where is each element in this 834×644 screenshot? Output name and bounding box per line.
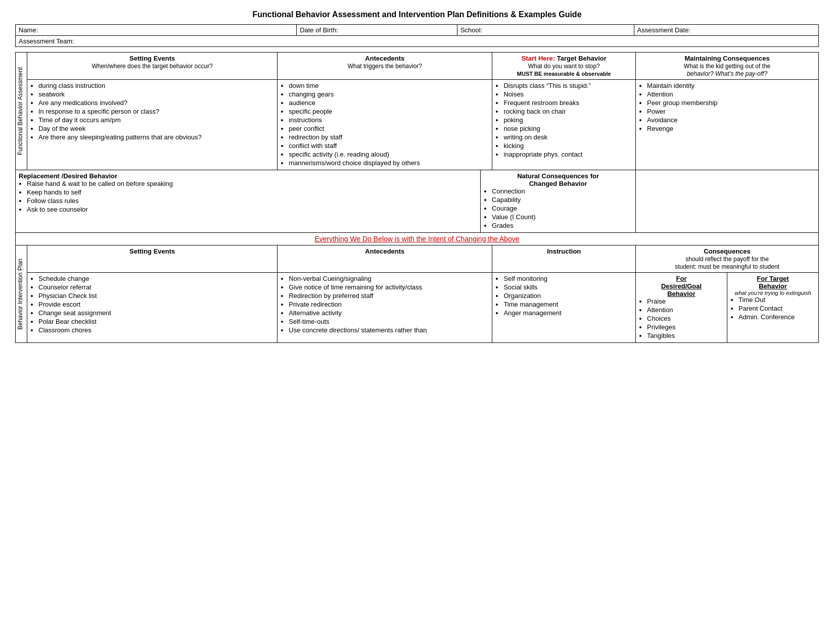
list-item: Physician Check list xyxy=(38,292,274,300)
list-item: during class instruction xyxy=(38,82,274,89)
assessment-team-label: Assessment Team: xyxy=(19,37,74,45)
list-item: Polar Bear checklist xyxy=(38,318,274,325)
list-item: Grades xyxy=(492,222,632,229)
fba-col1-header: Setting Events When/where does the targe… xyxy=(27,53,277,80)
list-item: Self-time-outs xyxy=(289,318,489,325)
fba-col4-header: Maintaining Consequences What is the kid… xyxy=(636,53,819,80)
desired-behavior-header: For xyxy=(639,275,724,282)
target-extinguish-label: what you’re trying to extinguish xyxy=(730,290,815,296)
list-item: Ask to see counselor xyxy=(27,206,477,213)
list-item: Noises xyxy=(503,90,632,98)
list-item: Time Out xyxy=(738,296,815,304)
bip-rotated-label: Behavior Intervention Plan xyxy=(16,257,27,332)
list-item: Frequent restroom breaks xyxy=(503,99,632,107)
assessment-date-label: Assessment Date: xyxy=(637,26,691,34)
list-item: specific people xyxy=(289,108,489,115)
school-label: School: xyxy=(460,26,482,34)
list-item: mannerisms/word choice displayed by othe… xyxy=(289,159,489,167)
list-item: Peer group membership xyxy=(647,99,815,107)
desired-goal-header: Desired/Goal xyxy=(639,282,724,290)
list-item: Give notice of time remaining for activi… xyxy=(289,283,489,291)
divider-text: Everything We Do Below is with the Inten… xyxy=(314,235,519,243)
list-item: down time xyxy=(289,82,489,89)
list-item: Attention xyxy=(647,90,815,98)
target-behavior-header: For Target xyxy=(730,275,815,282)
list-item: Alternative activity xyxy=(289,309,489,317)
list-item: Are there any sleeping/eating patterns t… xyxy=(38,133,274,141)
list-item: Choices xyxy=(647,315,724,322)
list-item: specific activity (i.e. reading aloud) xyxy=(289,151,489,158)
list-item: Anger management xyxy=(503,309,632,317)
list-item: writing on desk xyxy=(503,133,632,141)
list-item: Connection xyxy=(492,187,632,195)
list-item: In response to a specific person or clas… xyxy=(38,108,274,115)
list-item: Power xyxy=(647,108,815,115)
list-item: redirection by staff xyxy=(289,133,489,141)
natural-consequences-header: Natural Consequences for xyxy=(484,172,632,180)
behavior-label: Behavior xyxy=(639,290,724,298)
list-item: Revenge xyxy=(647,125,815,132)
list-item: nose picking xyxy=(503,125,632,132)
list-item: Admin. Conference xyxy=(738,313,815,321)
list-item: seatwork xyxy=(38,90,274,98)
list-item: Keep hands to self xyxy=(27,188,477,196)
fba-col2-header: Antecedents What triggers the behavior? xyxy=(277,53,492,80)
list-item: audience xyxy=(289,99,489,107)
list-item: Private redirection xyxy=(289,301,489,308)
replacement-header: Replacement /Desired Behavior xyxy=(19,172,477,180)
list-item: Praise xyxy=(647,298,724,305)
list-item: Use concrete directions/ statements rath… xyxy=(289,326,489,334)
dob-label: Date of Birth: xyxy=(300,26,338,34)
bip-col1-header: Setting Events xyxy=(27,245,277,273)
fba-antecedents-cell: down time changing gears audience specif… xyxy=(277,80,492,170)
list-item: Raise hand & wait to be called on before… xyxy=(27,180,477,187)
list-item: Change seat assignment xyxy=(38,309,274,317)
list-item: changing gears xyxy=(289,90,489,98)
list-item: Day of the week xyxy=(38,125,274,132)
list-item: Value (I Count) xyxy=(492,213,632,221)
name-label: Name: xyxy=(19,26,38,34)
bip-col3-header: Instruction xyxy=(492,245,636,273)
bip-consequences-cell: For Desired/Goal Behavior Praise Attenti… xyxy=(636,273,819,343)
list-item: peer conflict xyxy=(289,125,489,132)
list-item: Privileges xyxy=(647,323,724,331)
list-item: Maintain identity xyxy=(647,82,815,89)
list-item: rocking back on chair xyxy=(503,108,632,115)
list-item: Time management xyxy=(503,301,632,308)
list-item: Disrupts class “This is stupid.” xyxy=(503,82,632,89)
list-item: inappropriate phys. contact xyxy=(503,151,632,158)
list-item: Follow class rules xyxy=(27,197,477,205)
bip-instruction-cell: Self monitoring Social skills Organizati… xyxy=(492,273,636,343)
list-item: Self monitoring xyxy=(503,275,632,282)
list-item: Organization xyxy=(503,292,632,300)
target-behavior-label: Behavior xyxy=(730,282,815,290)
fba-rotated-label: Functional Behavior Assessment xyxy=(16,65,27,157)
list-item: Schedule change xyxy=(38,275,274,282)
bip-antecedents-cell: Non-verbal Cueing/signaling Give notice … xyxy=(277,273,492,343)
list-item: Courage xyxy=(492,205,632,212)
list-item: Capability xyxy=(492,196,632,204)
list-item: Attention xyxy=(647,306,724,314)
list-item: instructions xyxy=(289,116,489,124)
natural-consequences-subheader: Changed Behavior xyxy=(484,180,632,187)
list-item: Time of day it occurs am/pm xyxy=(38,116,274,124)
list-item: Classroom chores xyxy=(38,326,274,334)
fba-maintaining-consequences-cell: Maintain identity Attention Peer group m… xyxy=(636,80,819,170)
bip-col4-header: Consequences should reflect the payoff f… xyxy=(636,245,819,273)
list-item: Parent Contact xyxy=(738,305,815,312)
bip-setting-events-cell: Schedule change Counselor referral Physi… xyxy=(27,273,277,343)
fba-target-behavior-cell: Disrupts class “This is stupid.” Noises … xyxy=(492,80,636,170)
list-item: kicking xyxy=(503,142,632,150)
list-item: conflict with staff xyxy=(289,142,489,150)
list-item: Are any medications involved? xyxy=(38,99,274,107)
main-assessment-table: Functional Behavior Assessment Setting E… xyxy=(15,52,819,343)
bip-col2-header: Antecedents xyxy=(277,245,492,273)
fba-setting-events-cell: during class instruction seatwork Are an… xyxy=(27,80,277,170)
list-item: Provide escort xyxy=(38,301,274,308)
list-item: Redirection by preferred staff xyxy=(289,292,489,300)
list-item: Social skills xyxy=(503,283,632,291)
list-item: Counselor referral xyxy=(38,283,274,291)
list-item: Avoidance xyxy=(647,116,815,124)
list-item: Tangibles xyxy=(647,332,724,339)
header-table: Name: Date of Birth: School: Assessment … xyxy=(15,24,819,47)
